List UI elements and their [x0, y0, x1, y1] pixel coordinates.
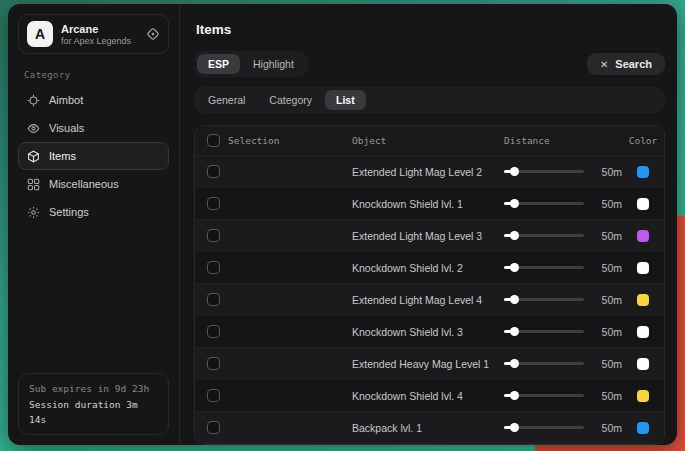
row-checkbox[interactable] [207, 325, 220, 338]
color-swatch[interactable] [637, 326, 649, 338]
table-row: Knockdown Shield lvl. 4 50m [195, 380, 664, 412]
slider-thumb[interactable] [510, 327, 519, 336]
search-button-label: Search [615, 58, 652, 70]
select-all-checkbox[interactable] [207, 134, 220, 147]
tab-esp[interactable]: ESP [197, 54, 240, 74]
row-checkbox[interactable] [207, 165, 220, 178]
slider-thumb[interactable] [510, 423, 519, 432]
row-checkbox[interactable] [207, 229, 220, 242]
distance-value: 50m [592, 390, 622, 402]
object-name: Backpack lvl. 1 [352, 422, 490, 434]
distance-value: 50m [592, 326, 622, 338]
table-row: Knockdown Shield lvl. 1 50m [195, 188, 664, 220]
crosshair-icon [27, 94, 40, 107]
distance-slider[interactable] [504, 394, 584, 397]
app-logo: A [27, 21, 53, 47]
table-header-row: Selection Object Distance Color [195, 126, 664, 156]
distance-slider[interactable] [504, 170, 584, 173]
app-name: Arcane [61, 23, 131, 35]
app-subtitle: for Apex Legends [61, 36, 131, 46]
row-checkbox[interactable] [207, 357, 220, 370]
slider-thumb[interactable] [510, 391, 519, 400]
row-checkbox[interactable] [207, 421, 220, 434]
items-table: Selection Object Distance Color Extended… [194, 125, 665, 445]
page-title: Items [196, 22, 665, 37]
table-row: Extended Light Mag Level 4 50m [195, 284, 664, 316]
sidebar-item-aimbot[interactable]: Aimbot [18, 86, 169, 114]
distance-value: 50m [592, 230, 622, 242]
row-checkbox[interactable] [207, 293, 220, 306]
object-name: Knockdown Shield lvl. 4 [352, 390, 490, 402]
sidebar-item-settings[interactable]: Settings [18, 198, 169, 226]
sidebar-item-label: Items [49, 150, 76, 162]
sidebar-section-label: Category [24, 70, 179, 80]
distance-slider[interactable] [504, 362, 584, 365]
sidebar: A Arcane for Apex Legends Category [8, 4, 180, 445]
tab-category[interactable]: Category [258, 90, 323, 110]
color-swatch[interactable] [637, 198, 649, 210]
distance-slider[interactable] [504, 426, 584, 429]
slider-thumb[interactable] [510, 231, 519, 240]
diamond-icon[interactable] [146, 27, 160, 41]
object-name: Knockdown Shield lvl. 3 [352, 326, 490, 338]
distance-value: 50m [592, 262, 622, 274]
sidebar-nav: Aimbot Visuals Items [8, 86, 179, 226]
table-row: Backpack lvl. 1 50m [195, 412, 664, 444]
column-header-object: Object [352, 135, 490, 146]
sidebar-item-items[interactable]: Items [18, 142, 169, 170]
object-name: Extended Light Mag Level 3 [352, 230, 490, 242]
table-row: Extended Heavy Mag Level 1 50m [195, 348, 664, 380]
distance-slider[interactable] [504, 202, 584, 205]
tab-list[interactable]: List [325, 90, 366, 110]
slider-thumb[interactable] [510, 199, 519, 208]
distance-slider[interactable] [504, 266, 584, 269]
brand-text: Arcane for Apex Legends [61, 23, 131, 46]
row-checkbox[interactable] [207, 389, 220, 402]
object-name: Knockdown Shield lvl. 1 [352, 198, 490, 210]
color-swatch[interactable] [637, 294, 649, 306]
sidebar-item-label: Miscellaneous [49, 178, 119, 190]
tab-highlight[interactable]: Highlight [242, 54, 305, 74]
row-checkbox[interactable] [207, 197, 220, 210]
table-row: Extended Light Mag Level 2 50m [195, 156, 664, 188]
distance-slider[interactable] [504, 298, 584, 301]
app-window: A Arcane for Apex Legends Category [8, 4, 677, 445]
color-swatch[interactable] [637, 262, 649, 274]
grid-icon [27, 178, 40, 191]
sidebar-item-miscellaneous[interactable]: Miscellaneous [18, 170, 169, 198]
distance-value: 50m [592, 198, 622, 210]
gear-icon [27, 206, 40, 219]
tab-general[interactable]: General [197, 90, 256, 110]
slider-thumb[interactable] [510, 167, 519, 176]
distance-value: 50m [592, 358, 622, 370]
table-row: Extended Light Mag Level 3 50m [195, 220, 664, 252]
object-name: Extended Heavy Mag Level 1 [352, 358, 490, 370]
main-panel: Items ESP Highlight ✕ Search General Cat… [180, 4, 677, 445]
slider-thumb[interactable] [510, 359, 519, 368]
sidebar-item-label: Settings [49, 206, 89, 218]
session-info-card: Sub expires in 9d 23h Session duration 3… [18, 373, 169, 435]
package-icon [27, 150, 40, 163]
slider-thumb[interactable] [510, 295, 519, 304]
object-name: Extended Light Mag Level 2 [352, 166, 490, 178]
color-swatch[interactable] [637, 230, 649, 242]
distance-slider[interactable] [504, 330, 584, 333]
column-header-distance: Distance [490, 135, 622, 146]
eye-icon [27, 122, 40, 135]
sidebar-item-visuals[interactable]: Visuals [18, 114, 169, 142]
color-swatch[interactable] [637, 166, 649, 178]
color-swatch[interactable] [637, 390, 649, 402]
color-swatch[interactable] [637, 422, 649, 434]
search-shortcut-icon: ✕ [600, 59, 608, 70]
distance-slider[interactable] [504, 234, 584, 237]
object-name: Extended Light Mag Level 4 [352, 294, 490, 306]
search-button[interactable]: ✕ Search [587, 53, 665, 75]
distance-value: 50m [592, 294, 622, 306]
object-name: Knockdown Shield lvl. 2 [352, 262, 490, 274]
color-swatch[interactable] [637, 358, 649, 370]
row-checkbox[interactable] [207, 261, 220, 274]
slider-thumb[interactable] [510, 263, 519, 272]
distance-value: 50m [592, 422, 622, 434]
sub-expires-text: Sub expires in 9d 23h [29, 381, 158, 396]
brand-card: A Arcane for Apex Legends [18, 14, 169, 54]
